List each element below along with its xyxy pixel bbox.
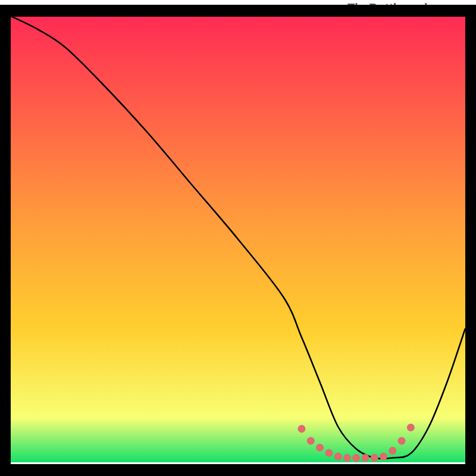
flat-region-dot	[307, 437, 315, 445]
flat-region-dot	[398, 437, 406, 445]
flat-region-dot	[343, 454, 351, 462]
flat-region-dot	[380, 453, 387, 461]
flat-region-dot	[334, 453, 342, 461]
flat-region-dot	[298, 425, 305, 433]
flat-region-dot	[325, 449, 333, 457]
flat-region-dot	[371, 454, 378, 462]
flat-region-dot	[389, 447, 396, 455]
flat-region-dot	[316, 444, 324, 452]
bottleneck-chart	[0, 0, 476, 476]
flat-region-dot	[352, 454, 360, 462]
flat-region-dot	[361, 454, 369, 462]
flat-region-dot	[407, 424, 415, 431]
